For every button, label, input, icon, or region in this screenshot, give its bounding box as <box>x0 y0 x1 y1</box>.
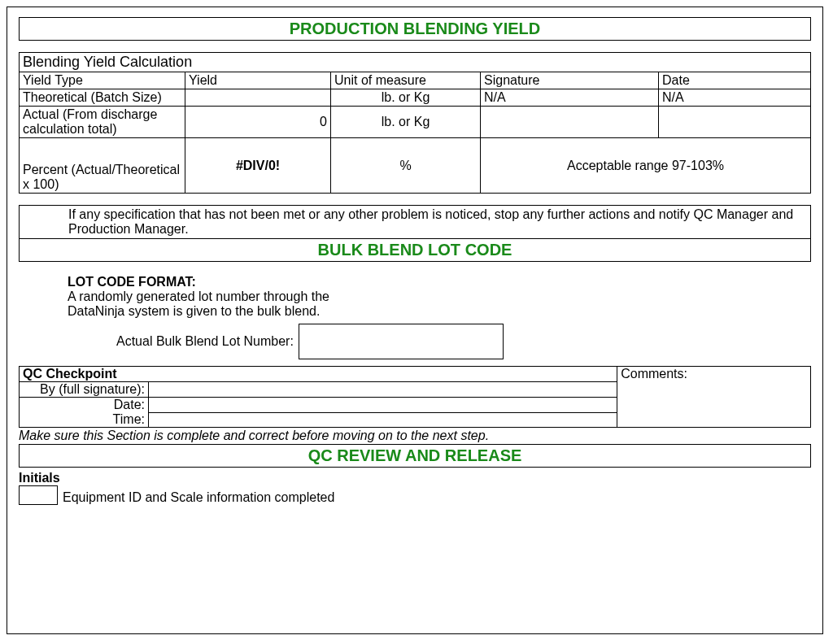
row-percent-acceptable: Acceptable range 97-103% <box>481 138 811 194</box>
qc-checkpoint-hdr: QC Checkpoint <box>20 367 617 382</box>
qc-date-input[interactable] <box>149 398 617 413</box>
lot-code-desc-line2: DataNinja system is given to the bulk bl… <box>68 304 811 319</box>
qc-checkpoint-table: QC Checkpoint Comments: By (full signatu… <box>19 366 811 428</box>
qc-time-input[interactable] <box>149 412 617 428</box>
row-percent-unit: % <box>331 138 481 194</box>
heading-production-blending-yield: PRODUCTION BLENDING YIELD <box>19 17 811 41</box>
row-percent-label: Percent (Actual/Theoretical x 100) <box>20 138 185 194</box>
initials-row: Equipment ID and Scale information compl… <box>19 485 811 505</box>
form-page: PRODUCTION BLENDING YIELD Blending Yield… <box>7 7 823 634</box>
initials-input[interactable] <box>19 485 58 505</box>
row-theoretical-yield[interactable] <box>185 89 331 107</box>
lot-code-section: LOT CODE FORMAT: A randomly generated lo… <box>19 262 811 366</box>
qc-comments[interactable]: Comments: <box>617 367 811 428</box>
row-percent-yield: #DIV/0! <box>185 138 331 194</box>
blending-yield-table: Blending Yield Calculation Yield Type Yi… <box>19 52 811 194</box>
row-theoretical-signature: N/A <box>481 89 659 107</box>
lot-number-label: Actual Bulk Blend Lot Number: <box>116 334 294 349</box>
col-signature: Signature <box>481 72 659 89</box>
row-actual-label: Actual (From discharge calculation total… <box>20 107 185 138</box>
lot-code-format-hdr: LOT CODE FORMAT: <box>68 275 811 289</box>
qc-by-input[interactable] <box>149 382 617 398</box>
col-unit: Unit of measure <box>331 72 481 89</box>
qc-date-label: Date: <box>20 398 149 413</box>
equipment-id-label: Equipment ID and Scale information compl… <box>63 490 334 505</box>
heading-qc-review-release: QC REVIEW AND RELEASE <box>19 444 811 468</box>
row-actual-yield[interactable]: 0 <box>185 107 331 138</box>
row-theoretical-label: Theoretical (Batch Size) <box>20 89 185 107</box>
col-date: Date <box>659 72 811 89</box>
table-caption: Blending Yield Calculation <box>20 53 811 72</box>
lot-number-input[interactable] <box>299 324 504 359</box>
qc-time-label: Time: <box>20 412 149 428</box>
row-actual-unit: lb. or Kg <box>331 107 481 138</box>
spec-box: If any specification that has not been m… <box>19 205 811 262</box>
heading-bulk-blend-lot-code: BULK BLEND LOT CODE <box>20 239 810 261</box>
row-actual-signature[interactable] <box>481 107 659 138</box>
qc-by-label: By (full signature): <box>20 382 149 398</box>
lot-code-desc-line1: A randomly generated lot number through … <box>68 289 811 304</box>
section-complete-note: Make sure this Section is complete and c… <box>19 429 811 443</box>
spec-warning-text: If any specification that has not been m… <box>20 206 810 239</box>
row-theoretical-date: N/A <box>659 89 811 107</box>
initials-header: Initials <box>19 471 811 485</box>
col-yield-type: Yield Type <box>20 72 185 89</box>
row-actual-date[interactable] <box>659 107 811 138</box>
col-yield: Yield <box>185 72 331 89</box>
row-theoretical-unit: lb. or Kg <box>331 89 481 107</box>
